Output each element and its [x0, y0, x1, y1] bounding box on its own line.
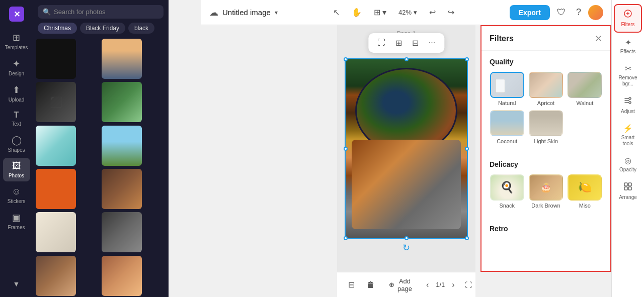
rs-item-adjust[interactable]: Adjust	[614, 92, 642, 119]
filter-walnut-thumb	[568, 72, 602, 98]
avatar[interactable]	[588, 5, 603, 20]
sidebar-item-upload[interactable]: ⬆ Upload	[3, 81, 30, 106]
sidebar-item-photos[interactable]: 🖼 Photos	[3, 158, 30, 181]
delete-page-button[interactable]: 🗑	[364, 278, 378, 291]
zoom-control[interactable]: 42% ▾	[394, 7, 421, 18]
list-item[interactable]	[36, 126, 76, 166]
svg-rect-9	[624, 187, 627, 190]
add-page-icon: ⊕	[389, 281, 394, 288]
rs-item-filters[interactable]: Filters	[614, 4, 642, 33]
list-item[interactable]	[102, 256, 142, 296]
rs-item-remove-bg[interactable]: ✂ Removebgr...	[614, 60, 642, 91]
sidebar-item-design[interactable]: ✦ Design	[3, 55, 30, 79]
add-page-button[interactable]: ⊕ Add page	[384, 275, 417, 295]
export-button[interactable]: Export	[510, 5, 550, 20]
right-sidebar: Filters ✦ Effects ✂ Removebgr... Adjust …	[611, 0, 644, 297]
tag-christmas[interactable]: Christmas	[38, 23, 77, 34]
handle-middle-left[interactable]	[344, 147, 348, 151]
nav-more-button[interactable]: ▼	[9, 276, 24, 292]
filter-dark-brown-label: Dark Brown	[531, 203, 560, 209]
list-item[interactable]	[102, 39, 142, 79]
tag-row: Christmas Black Friday black	[33, 23, 169, 39]
delicacy-section: Delicacy 🍳 Snack 🎂 Dark Brown 🍋 Miso	[481, 153, 610, 218]
sidebar-item-templates[interactable]: ⊞ Templates	[3, 29, 30, 53]
svg-point-5	[629, 97, 631, 100]
redo-button[interactable]: ↪	[444, 5, 458, 20]
shield-icon-button[interactable]: 🛡	[554, 5, 569, 20]
arrange-icon	[623, 182, 632, 193]
filters-panel: Filters ✕ Quality Natural Apricot	[480, 25, 611, 272]
sidebar-item-stickers[interactable]: ☺ Stickers	[3, 183, 30, 207]
frame-tool-button[interactable]: ⊞ ▾	[370, 5, 390, 20]
next-page-button[interactable]: ›	[449, 278, 457, 291]
handle-top-right[interactable]	[465, 57, 469, 61]
filter-apricot[interactable]: Apricot	[528, 72, 563, 106]
duplicate-page-button[interactable]: ⊟	[345, 278, 358, 291]
filter-walnut[interactable]: Walnut	[568, 72, 602, 106]
undo-button[interactable]: ↩	[425, 5, 440, 20]
remove-bg-icon: ✂	[625, 64, 631, 73]
filter-light-skin-thumb	[529, 110, 563, 136]
rs-smart-tools-label: Smarttools	[621, 135, 635, 147]
search-input[interactable]	[54, 8, 158, 16]
fullscreen-button[interactable]: ⛶	[462, 279, 475, 291]
rs-filters-label: Filters	[621, 22, 634, 28]
handle-middle-bottom[interactable]	[405, 236, 409, 240]
cursor-tool-button[interactable]: ↖	[329, 5, 344, 20]
rs-adjust-label: Adjust	[621, 109, 635, 115]
rs-item-smart-tools[interactable]: ⚡ Smarttools	[614, 120, 642, 151]
filter-miso-label: Miso	[579, 203, 591, 209]
sidebar-item-frames[interactable]: ▣ Frames	[3, 209, 30, 233]
selected-image[interactable]: ↻	[345, 58, 468, 239]
filter-miso[interactable]: 🍋 Miso	[568, 174, 602, 209]
more-options-button[interactable]: ···	[426, 36, 438, 50]
app-logo[interactable]: ✕	[8, 5, 26, 23]
toolbar-middle: ↖ ✋ ⊞ ▾ 42% ▾ ↩ ↪	[284, 5, 504, 20]
handle-bottom-left[interactable]	[344, 236, 348, 240]
grid-button[interactable]: ⊞	[392, 36, 405, 50]
list-item[interactable]	[36, 256, 76, 296]
tag-black-friday[interactable]: Black Friday	[80, 23, 125, 34]
replace-button[interactable]: ⊟	[409, 36, 422, 50]
list-item[interactable]	[36, 169, 76, 209]
hand-tool-button[interactable]: ✋	[348, 5, 366, 20]
filters-close-button[interactable]: ✕	[595, 33, 602, 44]
filter-snack[interactable]: 🍳 Snack	[490, 174, 524, 209]
rs-item-effects[interactable]: ✦ Effects	[614, 34, 642, 59]
crop-button[interactable]: ⛶	[374, 36, 388, 50]
rs-item-opacity[interactable]: ◎ Opacity	[614, 152, 642, 177]
shapes-icon: ◯	[12, 135, 22, 146]
rs-item-arrange[interactable]: Arrange	[614, 178, 642, 205]
title-dropdown-icon[interactable]: ▾	[275, 9, 278, 16]
page-counter: 1/1	[436, 281, 445, 288]
delicacy-section-title: Delicacy	[490, 160, 602, 168]
delicacy-filter-grid: 🍳 Snack 🎂 Dark Brown 🍋 Miso	[490, 174, 602, 209]
help-button[interactable]: ?	[573, 5, 584, 20]
filter-dark-brown[interactable]: 🎂 Dark Brown	[528, 174, 563, 209]
list-item[interactable]	[36, 212, 76, 252]
tag-black[interactable]: black	[128, 23, 154, 34]
list-item[interactable]	[102, 212, 142, 252]
svg-rect-7	[624, 183, 627, 186]
list-item[interactable]: ⬛	[36, 82, 76, 122]
prev-page-button[interactable]: ‹	[423, 278, 432, 291]
toolbar-right: Export 🛡 ?	[510, 5, 603, 20]
sidebar-item-text[interactable]: T Text	[3, 108, 30, 130]
page-navigation: ‹ 1/1 › ⛶	[423, 278, 475, 291]
sidebar-item-shapes[interactable]: ◯ Shapes	[3, 132, 30, 156]
rotate-handle[interactable]: ↻	[403, 242, 410, 253]
filter-apricot-thumb	[529, 72, 563, 98]
filter-natural[interactable]: Natural	[490, 72, 524, 106]
list-item[interactable]	[36, 39, 76, 79]
handle-middle-top[interactable]	[405, 57, 409, 61]
handle-bottom-right[interactable]	[465, 236, 469, 240]
rs-effects-label: Effects	[620, 49, 635, 55]
handle-middle-right[interactable]	[465, 147, 469, 151]
list-item[interactable]	[102, 82, 142, 122]
list-item[interactable]	[102, 169, 142, 209]
list-item[interactable]	[102, 126, 142, 166]
filter-light-skin[interactable]: Light Skin	[528, 110, 563, 144]
handle-top-left[interactable]	[344, 57, 348, 61]
filter-coconut[interactable]: Coconut	[490, 110, 524, 144]
top-toolbar: ☁ Untitled image ▾ ↖ ✋ ⊞ ▾ 42% ▾ ↩ ↪ Exp…	[201, 0, 611, 25]
